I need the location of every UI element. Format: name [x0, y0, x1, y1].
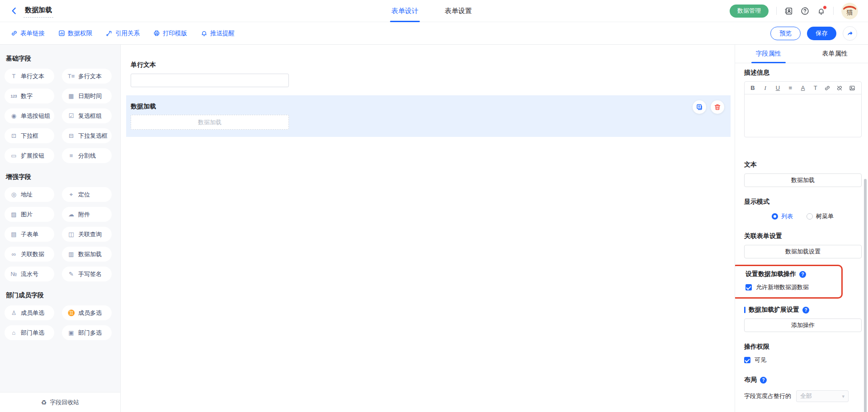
- tab-form-settings[interactable]: 表单设置: [445, 0, 472, 22]
- divider: [776, 7, 777, 15]
- insert-link-button[interactable]: [824, 85, 832, 91]
- member-single-icon: ♙: [10, 309, 18, 316]
- field-text-input[interactable]: [744, 173, 862, 187]
- form-toolbar: 表单链接 数据权限 引用关系 打印模版: [0, 22, 868, 45]
- divider: [833, 7, 834, 15]
- copy-field-button[interactable]: [693, 100, 706, 114]
- visible-checkbox[interactable]: [744, 357, 750, 363]
- field-item-checkbox-group[interactable]: ☑ 复选框组: [62, 108, 112, 123]
- avatar[interactable]: 猫: [841, 3, 858, 19]
- cloud-upload-icon: ☁: [67, 211, 75, 218]
- data-permission-icon: [58, 30, 65, 37]
- divider-icon: ≡: [67, 152, 75, 159]
- field-item-divider[interactable]: ≡ 分割线: [62, 148, 112, 163]
- notification-bell-icon[interactable]: [817, 7, 826, 15]
- add-operation-button[interactable]: 添加操作: [744, 318, 862, 332]
- checkbox-label: 允许新增数据源数据: [756, 283, 809, 291]
- field-item-data-load[interactable]: ▥ 数据加载: [62, 247, 112, 262]
- field-item-select[interactable]: ⊡ 下拉框: [5, 128, 54, 143]
- help-question-icon[interactable]: ?: [760, 377, 767, 384]
- share-button[interactable]: [843, 26, 857, 41]
- text-label: 文本: [744, 161, 861, 169]
- reference-relation-item[interactable]: 引用关系: [106, 29, 140, 37]
- field-item-image[interactable]: ▨ 图片: [5, 207, 54, 222]
- data-load-widget[interactable]: 数据加载: [131, 115, 289, 130]
- canvas-field-data-load-selected[interactable]: 数据加载 数据加载: [126, 95, 731, 137]
- tab-form-design[interactable]: 表单设计: [392, 0, 419, 22]
- trash-icon: [714, 103, 721, 111]
- field-label: 单行文本: [131, 61, 735, 69]
- push-reminder-item[interactable]: 推送提醒: [201, 29, 235, 37]
- preview-button[interactable]: 预览: [770, 27, 801, 40]
- field-recycle-bin[interactable]: ♻ 字段回收站: [0, 392, 120, 412]
- contact-book-icon[interactable]: [784, 7, 793, 15]
- canvas-field-single-text[interactable]: 单行文本: [131, 61, 735, 87]
- field-item-multi-text[interactable]: T≡ 多行文本: [62, 69, 112, 84]
- push-bell-icon: [201, 30, 208, 37]
- field-item-dept-multi[interactable]: ▣ 部门多选: [62, 325, 112, 340]
- field-item-extend-button[interactable]: ▭ 扩展按钮: [5, 148, 54, 163]
- serial-number-icon: №: [10, 271, 18, 277]
- form-link-item[interactable]: 表单链接: [11, 29, 45, 37]
- field-item-subform[interactable]: ▤ 子表单: [5, 227, 54, 242]
- radio-option-list[interactable]: 列表: [772, 212, 793, 220]
- field-item-attachment[interactable]: ☁ 附件: [62, 207, 112, 222]
- field-palette: 基础字段 T 单行文本 T≡ 多行文本 123 数字 ▦ 日期时间 ◉ 单选按钮…: [0, 45, 121, 412]
- field-item-related-query[interactable]: ◫ 关联查询: [62, 227, 112, 242]
- single-text-icon: T: [10, 73, 18, 80]
- field-item-related-data[interactable]: ∞ 关联数据: [5, 247, 54, 262]
- tab-field-properties[interactable]: 字段属性: [735, 45, 802, 63]
- field-item-dept-single[interactable]: ⌂ 部门单选: [5, 325, 54, 340]
- tab-form-properties[interactable]: 表单属性: [802, 45, 868, 63]
- font-color-button[interactable]: A: [799, 84, 807, 91]
- align-button[interactable]: ≡: [786, 84, 794, 91]
- bold-button[interactable]: B: [749, 84, 757, 91]
- field-item-address[interactable]: ◎ 地址: [5, 187, 54, 202]
- address-pin-icon: ◎: [10, 191, 18, 198]
- italic-button[interactable]: I: [761, 84, 769, 92]
- page-title[interactable]: 数据加载: [24, 5, 53, 18]
- single-text-input[interactable]: [131, 74, 289, 87]
- print-template-item[interactable]: 打印模版: [153, 29, 187, 37]
- remove-link-button[interactable]: [836, 85, 844, 91]
- field-item-signature[interactable]: ✎ 手写签名: [62, 267, 112, 281]
- delete-field-button[interactable]: [711, 100, 724, 114]
- unlink-icon: [836, 85, 843, 91]
- font-size-button[interactable]: T: [811, 84, 820, 91]
- field-item-serial-number[interactable]: № 流水号: [5, 267, 54, 281]
- richtext-toolbar: B I U ≡ A T: [745, 82, 861, 94]
- save-button[interactable]: 保存: [807, 27, 836, 40]
- data-load-settings-button[interactable]: 数据加载设置: [744, 245, 862, 258]
- help-icon[interactable]: [801, 7, 809, 15]
- display-mode-label: 显示模式: [744, 198, 861, 206]
- underline-button[interactable]: U: [774, 84, 782, 91]
- field-item-multi-select[interactable]: ⊟ 下拉复选框: [62, 128, 112, 143]
- field-item-number[interactable]: 123 数字: [5, 89, 54, 103]
- field-item-location[interactable]: ⌖ 定位: [62, 187, 112, 202]
- help-question-icon[interactable]: ?: [802, 307, 809, 314]
- field-item-member-multi[interactable]: ♊ 成员多选: [62, 305, 112, 320]
- section-basic-fields: 基础字段: [6, 55, 116, 63]
- image-icon: ▨: [10, 211, 18, 218]
- dept-multi-icon: ▣: [67, 329, 75, 336]
- field-item-datetime[interactable]: ▦ 日期时间: [62, 89, 112, 103]
- back-icon[interactable]: [10, 7, 18, 15]
- field-item-member-single[interactable]: ♙ 成员单选: [5, 305, 54, 320]
- description-label: 描述信息: [744, 69, 861, 77]
- field-item-radio-group[interactable]: ◉ 单选按钮组: [5, 108, 54, 123]
- radio-option-tree[interactable]: 树菜单: [807, 212, 834, 220]
- data-permission-item[interactable]: 数据权限: [58, 29, 92, 37]
- main-tabs: 表单设计 表单设置: [392, 0, 472, 22]
- panel-scrollbar[interactable]: [864, 179, 867, 412]
- allow-add-datasource-checkbox[interactable]: [745, 284, 752, 290]
- field-width-select[interactable]: 全部 ▾: [796, 390, 849, 402]
- annotation-highlight-box: 设置数据加载操作 ? 允许新增数据源数据: [735, 265, 843, 299]
- help-question-icon[interactable]: ?: [799, 271, 806, 278]
- recycle-icon: ♻: [41, 399, 47, 406]
- field-item-single-text[interactable]: T 单行文本: [5, 69, 54, 84]
- description-textarea[interactable]: [745, 94, 861, 135]
- image-icon: [849, 85, 855, 91]
- data-manage-button[interactable]: 数据管理: [730, 5, 769, 18]
- insert-image-button[interactable]: [849, 85, 857, 91]
- location-target-icon: ⌖: [67, 191, 75, 198]
